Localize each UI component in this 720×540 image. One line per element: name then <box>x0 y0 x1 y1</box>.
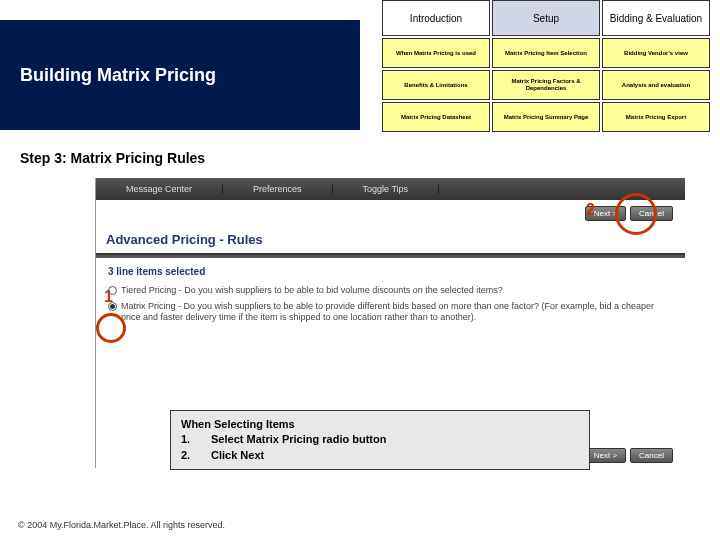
topic-datasheet[interactable]: Matrix Pricing Datasheet <box>382 102 490 132</box>
section-tabs: Introduction Setup Bidding & Evaluation <box>382 0 710 36</box>
tab-setup[interactable]: Setup <box>492 0 600 36</box>
callout-num-2: 2. <box>181 448 211 463</box>
option-matrix-label: Matrix Pricing - Do you wish suppliers t… <box>121 301 673 324</box>
header-preferences[interactable]: Preferences <box>223 184 333 194</box>
marker-2: 2 <box>586 201 595 219</box>
topic-vendor-view[interactable]: Bidding Vendor's view <box>602 38 710 68</box>
title-banner: Building Matrix Pricing <box>0 20 360 130</box>
cancel-button-bottom[interactable]: Cancel <box>630 448 673 463</box>
callout-num-1: 1. <box>181 432 211 447</box>
option-tiered-label: Tiered Pricing - Do you wish suppliers t… <box>121 285 503 297</box>
topic-factors[interactable]: Matrix Pricing Factors & Dependencies <box>492 70 600 100</box>
cancel-button-top[interactable]: Cancel <box>630 206 673 221</box>
header-message-center[interactable]: Message Center <box>96 184 223 194</box>
topic-benefits[interactable]: Benefits & Limitations <box>382 70 490 100</box>
app-header-bar: Message Center Preferences Toggle Tips <box>96 178 685 200</box>
callout-step-1: Select Matrix Pricing radio button <box>211 432 386 447</box>
step-title: Step 3: Matrix Pricing Rules <box>20 150 205 166</box>
instruction-callout: When Selecting Items 1. Select Matrix Pr… <box>170 410 590 470</box>
tab-introduction[interactable]: Introduction <box>382 0 490 36</box>
option-matrix-pricing[interactable]: Matrix Pricing - Do you wish suppliers t… <box>108 301 673 324</box>
option-tiered-pricing[interactable]: Tiered Pricing - Do you wish suppliers t… <box>108 285 673 297</box>
topic-export[interactable]: Matrix Pricing Export <box>602 102 710 132</box>
callout-step-2: Click Next <box>211 448 264 463</box>
radio-matrix[interactable] <box>108 302 117 311</box>
topic-analysis[interactable]: Analysis and evaluation <box>602 70 710 100</box>
header-toggle-tips[interactable]: Toggle Tips <box>333 184 440 194</box>
topic-grid: When Matrix Pricing is used Matrix Prici… <box>382 38 710 132</box>
items-selected-label: 3 line items selected <box>108 266 673 277</box>
copyright: © 2004 My.Florida.Market.Place. All righ… <box>18 520 225 530</box>
panel-title: Advanced Pricing - Rules <box>96 226 685 255</box>
tab-bidding-evaluation[interactable]: Bidding & Evaluation <box>602 0 710 36</box>
panel-body: 1 3 line items selected Tiered Pricing -… <box>96 258 685 336</box>
topic-item-selection[interactable]: Matrix Pricing Item Selection <box>492 38 600 68</box>
topic-summary[interactable]: Matrix Pricing Summary Page <box>492 102 600 132</box>
radio-tiered[interactable] <box>108 286 117 295</box>
callout-title: When Selecting Items <box>181 417 579 432</box>
title-text: Building Matrix Pricing <box>20 65 216 86</box>
next-button-bottom[interactable]: Next > <box>585 448 626 463</box>
top-button-row: 2 Next > Cancel <box>96 200 685 226</box>
topic-when-used[interactable]: When Matrix Pricing is used <box>382 38 490 68</box>
